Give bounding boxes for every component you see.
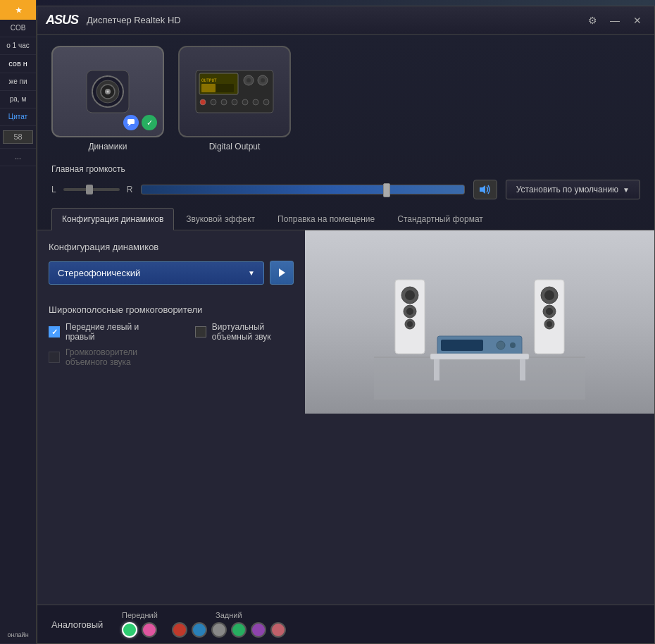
dot-green-front[interactable]	[122, 622, 137, 638]
virtual-checkbox-row: Виртуальный объемный звук	[195, 322, 294, 342]
side-item-6: 58	[0, 126, 36, 149]
dropdown-value: Стереофонический	[58, 268, 140, 278]
content-area: ✓ Динамики OUTPUT	[37, 35, 654, 643]
app-title: Диспетчер Realtek HD	[87, 15, 584, 25]
tab-format[interactable]: Стандартный формат	[387, 208, 494, 230]
surround-checkbox-label: Громкоговорители объемного звука	[66, 347, 167, 367]
digital-output-svg-icon: OUTPUT	[192, 63, 277, 120]
set-default-arrow: ▼	[623, 186, 630, 194]
dot-pink-front[interactable]	[142, 622, 157, 638]
svg-point-45	[497, 341, 505, 349]
svg-point-17	[261, 78, 265, 82]
svg-point-31	[405, 290, 415, 300]
side-item-4: ра, м	[0, 91, 36, 109]
device-row: ✓ Динамики OUTPUT	[37, 35, 654, 159]
volume-main-slider[interactable]	[141, 185, 464, 194]
svg-point-24	[263, 99, 269, 105]
tab-room[interactable]: Поправка на помещение	[267, 208, 385, 230]
device-badges: ✓	[123, 115, 157, 130]
side-item-5: Цитат	[0, 109, 36, 126]
svg-marker-26	[279, 268, 285, 277]
device-digital-output[interactable]: OUTPUT	[178, 46, 291, 151]
surround-checkbox	[49, 352, 60, 363]
minimize-button[interactable]: —	[606, 12, 623, 29]
set-default-label: Установить по умолчанию	[516, 185, 618, 194]
title-controls: ⚙ — ✕	[584, 12, 646, 29]
volume-r-label: R	[127, 185, 133, 194]
speakers-label: Динамики	[88, 142, 127, 151]
rear-group-title: Задний	[216, 611, 242, 619]
wideband-title: Широкополосные громкоговорители	[49, 304, 294, 315]
side-top-label: ★	[15, 6, 22, 14]
chat-icon	[127, 118, 135, 127]
chat-badge	[123, 115, 139, 130]
dropdown-row: Стереофонический ▼	[49, 261, 294, 285]
speakers-icon-wrap: ✓	[51, 46, 164, 137]
lr-thumb	[86, 185, 93, 194]
svg-point-20	[221, 99, 227, 105]
analog-label: Аналоговый	[51, 619, 108, 630]
dot-blue-rear[interactable]	[192, 622, 207, 638]
svg-point-22	[242, 99, 248, 105]
close-button[interactable]: ✕	[629, 12, 646, 29]
speaker-config-dropdown[interactable]: Стереофонический ▼	[49, 261, 264, 285]
lr-balance-slider[interactable]	[63, 188, 120, 191]
stereo-setup-svg	[374, 244, 585, 400]
volume-lr-controls: L R	[51, 185, 132, 194]
svg-rect-7	[127, 119, 135, 124]
check-badge: ✓	[142, 115, 157, 130]
tab-content: Конфигурация динамиков Стереофонический …	[37, 230, 654, 605]
tab-config[interactable]: Конфигурация динамиков	[51, 208, 174, 230]
svg-marker-25	[480, 185, 485, 194]
dot-red-rear[interactable]	[172, 622, 187, 638]
svg-point-42	[547, 321, 552, 327]
right-checkboxes: Виртуальный объемный звук	[195, 322, 294, 373]
front-checkbox-label: Передние левый и правый	[66, 322, 167, 342]
dot-pink-rear[interactable]	[270, 622, 286, 638]
digital-output-icon-wrap: OUTPUT	[178, 46, 291, 137]
front-checkbox[interactable]: ✓	[49, 326, 60, 338]
volume-l-label: L	[51, 185, 56, 194]
volume-title: Главная громкость	[51, 164, 640, 174]
svg-point-23	[253, 99, 258, 105]
svg-point-46	[510, 342, 516, 348]
dot-green-rear[interactable]	[231, 622, 247, 638]
mute-button[interactable]	[473, 180, 497, 199]
rear-dots-row	[172, 622, 286, 638]
svg-marker-8	[128, 124, 131, 126]
speaker-image-area	[305, 230, 654, 414]
volume-thumb	[383, 183, 390, 197]
virtual-checkbox[interactable]	[195, 326, 206, 338]
svg-rect-27	[374, 357, 585, 400]
svg-point-40	[546, 308, 553, 315]
svg-point-38	[544, 290, 554, 300]
dot-purple-rear[interactable]	[251, 622, 266, 638]
front-group-title: Передний	[122, 611, 158, 619]
config-title: Конфигурация динамиков	[49, 242, 294, 252]
svg-point-18	[200, 99, 206, 105]
svg-point-15	[247, 78, 251, 82]
tab-effect[interactable]: Звуковой эффект	[175, 208, 266, 230]
svg-point-33	[406, 308, 413, 315]
front-group: Передний	[122, 611, 158, 638]
front-dots-row	[122, 622, 157, 638]
side-item-0: COB	[0, 20, 36, 37]
front-checkbox-check: ✓	[51, 328, 58, 337]
side-bottom	[0, 166, 36, 627]
svg-rect-44	[441, 340, 483, 351]
play-test-button[interactable]	[270, 261, 294, 285]
wideband-section: Широкополосные громкоговорители ✓ Передн…	[49, 296, 294, 381]
side-top-bar: ★	[0, 0, 37, 20]
right-panel	[305, 230, 654, 605]
svg-point-21	[232, 99, 237, 105]
set-default-button[interactable]: Установить по умолчанию ▼	[506, 180, 640, 199]
left-checkboxes: ✓ Передние левый и правый Громкоговорите…	[49, 322, 167, 373]
device-speakers[interactable]: ✓ Динамики	[51, 46, 164, 151]
play-icon	[277, 268, 286, 278]
svg-point-19	[211, 99, 216, 105]
settings-button[interactable]: ⚙	[584, 12, 601, 29]
side-online: онлайн	[0, 627, 36, 644]
dropdown-arrow-icon: ▼	[248, 269, 255, 277]
dot-gray-rear[interactable]	[211, 622, 227, 638]
virtual-checkbox-label: Виртуальный объемный звук	[212, 322, 294, 342]
